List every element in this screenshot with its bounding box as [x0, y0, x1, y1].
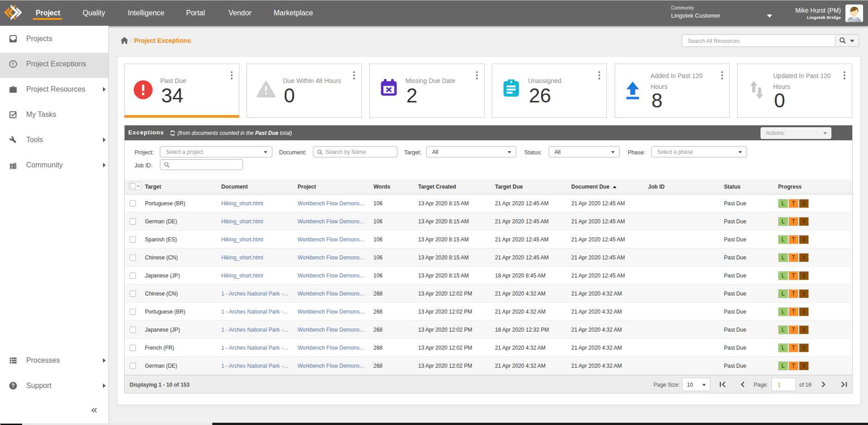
svg-text:?: ?: [11, 383, 14, 389]
